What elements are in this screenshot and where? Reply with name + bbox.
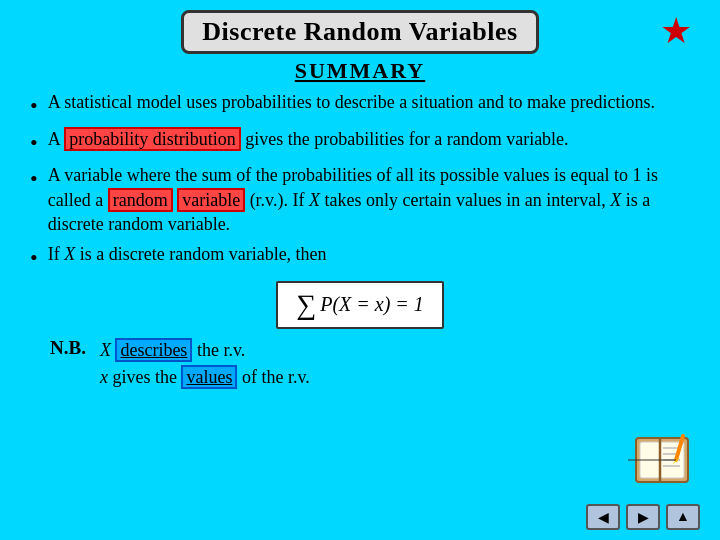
formula-text: P(X = x) = 1 bbox=[320, 293, 424, 316]
book-svg bbox=[628, 430, 696, 490]
bullet-text-1: A statistical model uses probabilities t… bbox=[48, 90, 690, 114]
slide-title: Discrete Random Variables bbox=[202, 17, 517, 46]
sigma-symbol: ∑ bbox=[296, 289, 316, 321]
nb-line-1: X describes the r.v. bbox=[100, 337, 310, 364]
random-highlight: random bbox=[108, 188, 173, 212]
slide: Discrete Random Variables ★ SUMMARY • A … bbox=[0, 0, 720, 540]
bullet-2: • A probability distribution gives the p… bbox=[30, 127, 690, 158]
describes-highlight: describes bbox=[115, 338, 192, 362]
nb-lines: X describes the r.v. x gives the values … bbox=[100, 337, 310, 391]
bullet-text-3: A variable where the sum of the probabil… bbox=[48, 163, 690, 236]
bullets-list: • A statistical model uses probabilities… bbox=[20, 90, 700, 273]
summary-label: SUMMARY bbox=[20, 58, 700, 84]
bullet-1: • A statistical model uses probabilities… bbox=[30, 90, 690, 121]
nb-line-2: x gives the values of the r.v. bbox=[100, 364, 310, 391]
bullet-dot-1: • bbox=[30, 91, 38, 121]
nb-xsmall-var: x bbox=[100, 367, 108, 387]
x-var-4: X bbox=[64, 244, 75, 264]
nb-row: N.B. X describes the r.v. x gives the va… bbox=[50, 337, 700, 391]
nav-home-button[interactable]: ▲ bbox=[666, 504, 700, 530]
bullet-dot-3: • bbox=[30, 164, 38, 194]
nav-forward-button[interactable]: ▶ bbox=[626, 504, 660, 530]
book-icon bbox=[628, 430, 696, 490]
variable-highlight: variable bbox=[177, 188, 245, 212]
nb-label: N.B. bbox=[50, 337, 86, 359]
bullet-dot-2: • bbox=[30, 128, 38, 158]
bullet-4: • If X is a discrete random variable, th… bbox=[30, 242, 690, 273]
values-highlight: values bbox=[181, 365, 237, 389]
bullet-text-2: A probability distribution gives the pro… bbox=[48, 127, 690, 151]
formula-inner: ∑ P(X = x) = 1 bbox=[296, 289, 424, 321]
x-var-3: X bbox=[309, 190, 320, 210]
formula-box: ∑ P(X = x) = 1 bbox=[276, 281, 444, 329]
bullet-text-4: If X is a discrete random variable, then bbox=[48, 242, 690, 266]
x-var-3b: X bbox=[610, 190, 621, 210]
nav-bar: ◀ ▶ ▲ bbox=[586, 504, 700, 530]
nav-back-button[interactable]: ◀ bbox=[586, 504, 620, 530]
nb-x-var: X bbox=[100, 340, 111, 360]
title-row: Discrete Random Variables ★ bbox=[20, 10, 700, 54]
bullet-dot-4: • bbox=[30, 243, 38, 273]
probability-distribution-highlight: probability distribution bbox=[64, 127, 241, 151]
formula-area: ∑ P(X = x) = 1 bbox=[20, 281, 700, 329]
title-box: Discrete Random Variables bbox=[181, 10, 538, 54]
bullet-3: • A variable where the sum of the probab… bbox=[30, 163, 690, 236]
star-icon: ★ bbox=[660, 10, 692, 52]
